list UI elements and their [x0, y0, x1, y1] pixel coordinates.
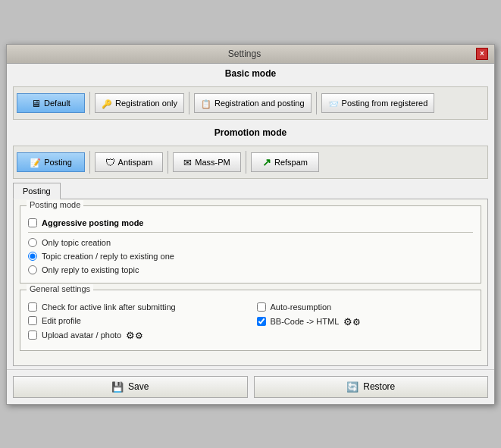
separator-4: [89, 151, 90, 174]
mass-pm-button[interactable]: Mass-PM: [173, 152, 241, 172]
general-settings-title: General settings: [27, 284, 93, 293]
post-icon: [30, 156, 41, 168]
edit-profile-checkbox[interactable]: [28, 316, 37, 325]
bbcode-settings-icon[interactable]: ⚙: [343, 316, 361, 327]
posting-mode-content: Aggressive posting mode Only topic creat…: [28, 217, 473, 277]
only-reply-label: Only reply to existing topic: [42, 265, 139, 274]
monitor-icon: [31, 97, 41, 109]
restore-label: Restore: [363, 381, 395, 392]
close-button[interactable]: ×: [476, 48, 488, 60]
refspam-button[interactable]: Refspam: [251, 152, 319, 172]
general-settings-group: General settings Check for active link a…: [20, 290, 481, 351]
registration-and-posting-button[interactable]: Registration and posting: [194, 93, 312, 113]
topic-reply-label: Topic creation / reply to existing one: [42, 252, 174, 261]
right-col: Auto-resumption BB-Code -> HTML ⚙: [257, 301, 474, 344]
registration-only-button[interactable]: Registration only: [95, 93, 184, 113]
aggressive-label: Aggressive posting mode: [42, 218, 143, 227]
window-title: Settings: [13, 49, 476, 59]
restore-button[interactable]: Restore: [254, 376, 489, 398]
check-link-row: Check for active link after submitting: [28, 301, 245, 313]
tab-bar: Posting: [13, 182, 488, 199]
antispam-button[interactable]: Antispam: [95, 152, 163, 172]
separator-1: [89, 92, 90, 114]
general-settings-content: Check for active link after submitting E…: [28, 301, 473, 344]
footer: Save Restore: [7, 369, 494, 404]
only-topic-label: Only topic creation: [42, 238, 111, 247]
restore-icon: [346, 381, 359, 393]
auto-resumption-checkbox[interactable]: [257, 302, 266, 312]
aggressive-row: Aggressive posting mode: [28, 217, 473, 229]
bbcode-html-row: BB-Code -> HTML ⚙: [257, 315, 474, 329]
auto-resumption-row: Auto-resumption: [257, 301, 474, 313]
save-label: Save: [128, 381, 149, 392]
radio-only-reply: Only reply to existing topic: [28, 263, 473, 277]
radio-topic-reply: Topic creation / reply to existing one: [28, 249, 473, 263]
regpost-icon: [201, 97, 211, 109]
promotion-mode-header: Promotion mode: [7, 123, 494, 143]
auto-resumption-label: Auto-resumption: [271, 302, 332, 312]
bbcode-html-checkbox[interactable]: [257, 317, 266, 326]
separator-6: [246, 151, 246, 174]
settings-window: Settings × Basic mode Default Registrati…: [6, 44, 495, 405]
basic-mode-toolbar: Default Registration only Registration a…: [13, 86, 488, 120]
save-icon: [111, 381, 124, 393]
upload-avatar-label: Upload avatar / photo: [42, 331, 121, 340]
edit-profile-row: Edit profile: [28, 315, 245, 327]
edit-profile-label: Edit profile: [42, 316, 81, 325]
tab-posting[interactable]: Posting: [13, 183, 61, 199]
check-link-checkbox[interactable]: [28, 302, 37, 312]
title-bar: Settings ×: [7, 45, 494, 64]
upload-settings-icon[interactable]: ⚙: [126, 330, 143, 341]
posting-from-icon: [328, 97, 339, 109]
only-topic-radio[interactable]: [28, 238, 37, 247]
panel-content: Posting mode Aggressive posting mode Onl…: [13, 199, 488, 366]
topic-reply-radio[interactable]: [28, 252, 37, 261]
separator-2: [189, 92, 189, 114]
masspm-icon: [183, 156, 192, 168]
posting-mode-title: Posting mode: [27, 200, 83, 209]
divider-1: [28, 232, 473, 233]
posting-from-registered-button[interactable]: Posting from registered: [321, 93, 435, 113]
separator-3: [316, 92, 317, 114]
only-reply-radio[interactable]: [28, 265, 37, 274]
posting-mode-group: Posting mode Aggressive posting mode Onl…: [20, 205, 481, 284]
left-col: Check for active link after submitting E…: [28, 301, 245, 344]
default-button[interactable]: Default: [17, 93, 85, 113]
separator-5: [168, 151, 168, 174]
basic-mode-header: Basic mode: [7, 64, 494, 83]
radio-only-topic: Only topic creation: [28, 236, 473, 249]
upload-avatar-row: Upload avatar / photo ⚙: [28, 328, 245, 343]
two-col-layout: Check for active link after submitting E…: [28, 301, 473, 344]
save-button[interactable]: Save: [13, 376, 248, 398]
promotion-mode-toolbar: Posting Antispam Mass-PM Refspam: [13, 146, 488, 179]
posting-button[interactable]: Posting: [17, 152, 85, 172]
reg-icon: [102, 97, 112, 109]
upload-avatar-checkbox[interactable]: [28, 331, 37, 340]
aggressive-checkbox[interactable]: [28, 218, 37, 227]
refspam-icon: [262, 156, 271, 168]
antispam-icon: [105, 156, 115, 168]
check-link-label: Check for active link after submitting: [42, 302, 176, 312]
bbcode-html-label: BB-Code -> HTML: [271, 317, 340, 326]
